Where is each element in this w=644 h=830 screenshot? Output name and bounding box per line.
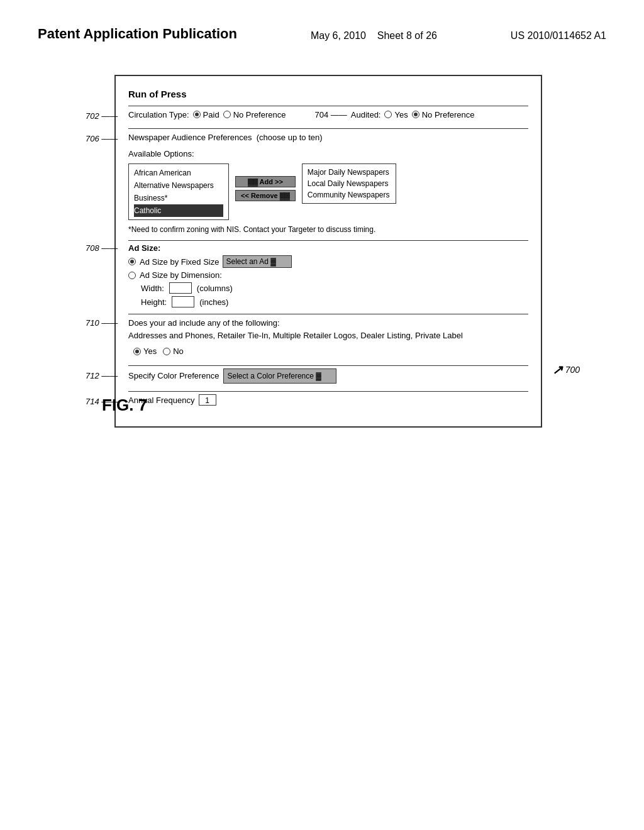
- available-newspapers-list[interactable]: African American Alternative Newspapers …: [128, 163, 229, 220]
- height-row: Height: (inches): [141, 296, 528, 307]
- width-row: Width: (columns): [141, 282, 528, 294]
- circulation-nopref-group[interactable]: No Preference: [223, 109, 286, 121]
- list-item-business[interactable]: Business*: [134, 192, 223, 204]
- yes-group[interactable]: Yes: [133, 345, 157, 358]
- audited-label: Audited:: [351, 109, 381, 121]
- annual-freq-row: Annual Frequency 1: [128, 394, 528, 407]
- selected-newspapers-box: Major Daily Newspapers Local Daily Newsp…: [302, 163, 396, 204]
- ad-size-title: Ad Size:: [128, 243, 528, 253]
- ad-fixed-size-option: Ad Size by Fixed Size Select an Ad ▓: [128, 255, 528, 268]
- circulation-paid-label: Paid: [203, 109, 219, 121]
- color-pref-select[interactable]: Select a Color Preference ▓: [223, 368, 336, 384]
- circulation-divider: [128, 128, 528, 129]
- yes-no-row: Yes No: [133, 345, 528, 358]
- no-radio[interactable]: [163, 348, 170, 355]
- publication-date: May 6, 2010 Sheet 8 of 26: [311, 25, 437, 42]
- width-input[interactable]: [169, 282, 192, 294]
- title-divider: [128, 106, 528, 106]
- newspaper-list-container: African American Alternative Newspapers …: [128, 163, 528, 220]
- ref-706: 706 ——: [86, 133, 118, 145]
- ref-712: 712 ——: [86, 370, 118, 382]
- add-button[interactable]: ▓▓ Add >>: [235, 176, 296, 187]
- form-title: Run of Press: [128, 89, 528, 99]
- ref-708: 708 ——: [86, 243, 118, 253]
- circulation-paid-group[interactable]: Paid: [193, 109, 219, 121]
- fixed-size-select[interactable]: Select an Ad ▓: [223, 255, 292, 268]
- audited-yes-label: Yes: [394, 109, 408, 121]
- local-daily: Local Daily Newspapers: [308, 178, 391, 189]
- ref-700: ↗700: [552, 362, 580, 377]
- dimension-label: Ad Size by Dimension:: [140, 270, 222, 280]
- newspaper-audience-section: Newspaper Audience Preferences (choose u…: [128, 131, 528, 220]
- patent-number: US 2010/0114652 A1: [511, 25, 606, 42]
- figure-area: Run of Press Circulation Type: Paid No P…: [64, 69, 580, 428]
- dimension-radio[interactable]: [128, 272, 136, 279]
- fig-label: FIG. 7: [102, 396, 147, 415]
- circulation-section: Circulation Type: Paid No Preference 704…: [128, 109, 528, 121]
- circulation-nopref-radio[interactable]: [223, 111, 231, 118]
- ref-704-arrow: 704 ——: [314, 109, 347, 121]
- list-item-catholic[interactable]: Catholic: [134, 204, 223, 217]
- circulation-row: Circulation Type: Paid No Preference 704…: [128, 109, 528, 121]
- remove-button[interactable]: << Remove ▓▓: [235, 190, 296, 201]
- annual-freq-section: Annual Frequency 1 714 ——: [128, 394, 528, 407]
- audited-yes-group[interactable]: Yes: [384, 109, 408, 121]
- patent-form-box: Run of Press Circulation Type: Paid No P…: [114, 75, 542, 428]
- height-unit: (inches): [199, 297, 228, 307]
- width-label: Width:: [141, 284, 164, 293]
- available-options-label: Available Options:: [128, 148, 528, 160]
- no-label: No: [173, 345, 184, 358]
- fixed-size-label: Ad Size by Fixed Size: [140, 257, 219, 267]
- color-pref-divider: [128, 391, 528, 392]
- main-content: Run of Press Circulation Type: Paid No P…: [0, 56, 644, 441]
- yes-radio[interactable]: [133, 348, 141, 355]
- fixed-size-radio[interactable]: [128, 258, 136, 265]
- circulation-label: Circulation Type:: [128, 109, 189, 121]
- yes-label: Yes: [143, 345, 157, 358]
- audited-nopref-label: No Preference: [422, 109, 475, 121]
- annual-freq-input[interactable]: 1: [199, 394, 216, 406]
- publication-title: Patent Application Publication: [38, 25, 237, 43]
- does-your-ad-text: Does your ad include any of the followin…: [128, 317, 528, 341]
- community: Community Newspapers: [308, 189, 391, 201]
- color-preference-section: Specify Color Preference Select a Color …: [128, 368, 528, 384]
- circulation-nopref-label: No Preference: [233, 109, 286, 121]
- list-item-african[interactable]: African American: [134, 167, 223, 179]
- list-item-alternative[interactable]: Alternative Newspapers: [134, 179, 223, 192]
- ad-dimension-option: Ad Size by Dimension:: [128, 270, 528, 280]
- does-your-ad-divider: [128, 365, 528, 366]
- newspaper-audience-label: Newspaper Audience Preferences (choose u…: [128, 131, 528, 144]
- circulation-paid-radio[interactable]: [193, 111, 201, 118]
- color-pref-row: Specify Color Preference Select a Color …: [128, 368, 528, 384]
- color-pref-label: Specify Color Preference: [128, 370, 219, 382]
- page-header: Patent Application Publication May 6, 20…: [0, 0, 644, 56]
- height-label: Height:: [141, 297, 167, 307]
- timing-divider: [128, 240, 528, 241]
- major-daily: Major Daily Newspapers: [308, 167, 391, 178]
- audited-nopref-group[interactable]: No Preference: [412, 109, 475, 121]
- height-input[interactable]: [172, 296, 194, 307]
- ref-710: 710 ——: [86, 317, 118, 329]
- ad-size-section: Ad Size: Ad Size by Fixed Size Select an…: [128, 243, 528, 307]
- ref-702: 702 ——: [86, 110, 118, 123]
- audited-yes-radio[interactable]: [384, 111, 392, 118]
- timing-note: *Need to confirm zoning with NIS. Contac…: [128, 225, 528, 234]
- no-group[interactable]: No: [163, 345, 184, 358]
- audited-nopref-radio[interactable]: [412, 111, 419, 118]
- width-unit: (columns): [197, 284, 233, 293]
- does-your-ad-section: Does your ad include any of the followin…: [128, 317, 528, 358]
- add-remove-buttons: ▓▓ Add >> << Remove ▓▓: [235, 176, 296, 201]
- left-side: African American Alternative Newspapers …: [128, 163, 229, 220]
- ad-size-divider: [128, 314, 528, 314]
